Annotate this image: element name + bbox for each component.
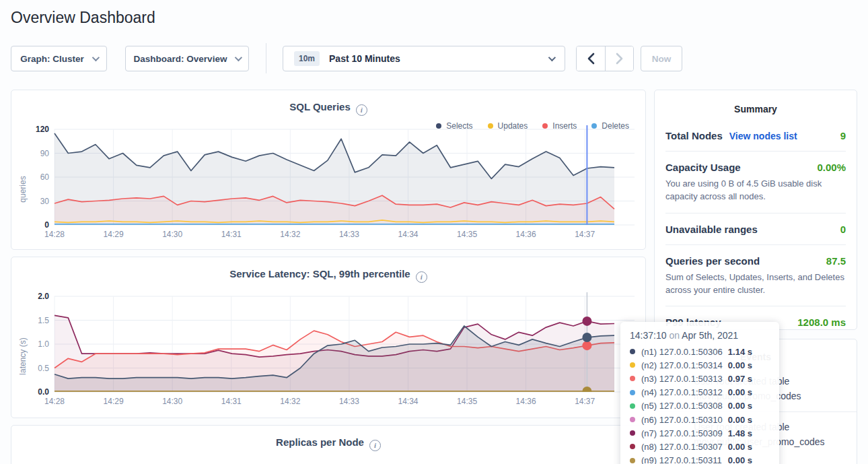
svg-text:0: 0	[44, 220, 49, 230]
svg-text:14:31: 14:31	[221, 397, 242, 406]
summary-row-description: You are using 0 B of 4.5 GiB usable disk…	[665, 178, 846, 203]
chevron-down-icon	[548, 54, 556, 61]
svg-text:120: 120	[36, 125, 49, 134]
overview-dashboard-page: Overview Dashboard Graph: Cluster Dashbo…	[0, 0, 868, 464]
svg-text:14:32: 14:32	[280, 397, 300, 406]
svg-text:14:34: 14:34	[398, 230, 418, 239]
now-button[interactable]: Now	[641, 46, 682, 71]
graph-dropdown-label: Graph: Cluster	[20, 54, 84, 64]
svg-text:0.5: 0.5	[38, 364, 49, 373]
time-range-dropdown[interactable]: 10m Past 10 Minutes	[283, 46, 565, 71]
view-nodes-list-link[interactable]: View nodes list	[729, 131, 797, 141]
dashboard-dropdown[interactable]: Dashboard: Overview	[125, 46, 249, 71]
tooltip-node-address: (n9) 127.0.0.1:50311	[641, 455, 722, 464]
svg-text:14:34: 14:34	[398, 397, 418, 406]
page-title: Overview Dashboard	[11, 9, 155, 27]
tooltip-node-address: (n1) 127.0.0.1:50306	[641, 347, 723, 357]
chevron-left-icon	[587, 53, 595, 65]
series-dot-icon	[630, 390, 635, 395]
svg-text:14:33: 14:33	[339, 230, 359, 239]
dashboard-dropdown-label: Dashboard: Overview	[134, 54, 227, 64]
tooltip-row: (n5) 127.0.0.1:50308 0.00 s	[630, 399, 770, 413]
tooltip-rows: (n1) 127.0.0.1:50306 1.14 s (n2) 127.0.0…	[630, 345, 770, 464]
tooltip-node-address: (n7) 127.0.0.1:50309	[641, 428, 723, 438]
sql-queries-chart[interactable]: 030609012014:2814:2914:3014:3114:3214:33…	[24, 125, 635, 241]
chevron-right-icon	[616, 53, 623, 65]
time-range-badge: 10m	[294, 51, 320, 66]
tooltip-node-value: 0.00 s	[728, 387, 770, 397]
summary-panel: Summary Total Nodes View nodes list 9 Ca…	[654, 90, 857, 330]
toolbar-divider	[266, 43, 266, 73]
svg-text:30: 30	[40, 197, 50, 206]
svg-text:14:35: 14:35	[457, 397, 477, 406]
step-forward-button[interactable]	[605, 46, 633, 71]
summary-row-value: 9	[840, 130, 846, 141]
series-dot-icon	[630, 349, 635, 354]
summary-row-label: Capacity Usage	[665, 162, 741, 173]
tooltip-node-address: (n2) 127.0.0.1:50314	[641, 360, 723, 370]
svg-text:14:33: 14:33	[339, 397, 359, 406]
svg-text:14:35: 14:35	[457, 230, 477, 239]
tooltip-row: (n7) 127.0.0.1:50309 1.48 s	[630, 426, 770, 440]
series-dot-icon	[630, 430, 635, 436]
chart-hover-tooltip: 14:37:10 on Apr 5th, 2021 (n1) 127.0.0.1…	[620, 322, 779, 464]
summary-row-label: Total Nodes	[665, 130, 723, 141]
tooltip-node-value: 0.00 s	[728, 455, 770, 464]
tooltip-row: (n3) 127.0.0.1:50313 0.97 s	[630, 372, 770, 385]
summary-row-label: Unavailable ranges	[665, 224, 758, 235]
svg-text:90: 90	[40, 149, 50, 158]
tooltip-node-address: (n6) 127.0.0.1:50310	[641, 415, 723, 425]
tooltip-node-value: 0.00 s	[728, 401, 770, 411]
svg-text:2.0: 2.0	[38, 292, 49, 301]
tooltip-node-value: 1.14 s	[728, 347, 770, 357]
svg-text:14:37: 14:37	[575, 397, 595, 406]
svg-text:14:28: 14:28	[44, 230, 65, 239]
step-back-button[interactable]	[577, 46, 605, 71]
summary-title: Summary	[655, 90, 857, 120]
series-dot-icon	[630, 376, 635, 381]
tooltip-timestamp: 14:37:10 on Apr 5th, 2021	[630, 330, 770, 341]
summary-row-description: Sum of Selects, Updates, Inserts, and De…	[665, 271, 846, 297]
svg-text:60: 60	[40, 172, 50, 182]
tooltip-row: (n8) 127.0.0.1:50307 0.00 s	[630, 440, 770, 453]
tooltip-node-address: (n4) 127.0.0.1:50312	[641, 387, 723, 397]
series-dot-icon	[630, 417, 635, 422]
sql-queries-title: SQL Queriesi	[11, 101, 645, 116]
tooltip-node-value: 0.97 s	[728, 374, 770, 384]
service-latency-chart[interactable]: 0.00.51.01.52.014:2814:2914:3014:3114:32…	[24, 292, 635, 408]
svg-text:14:30: 14:30	[162, 397, 182, 406]
summary-row: Capacity Usage 0.00% You are using 0 B o…	[665, 151, 846, 213]
tooltip-node-address: (n8) 127.0.0.1:50307	[641, 442, 723, 452]
time-range-label: Past 10 Minutes	[329, 53, 540, 64]
svg-text:14:30: 14:30	[162, 230, 182, 239]
tooltip-row: (n6) 127.0.0.1:50310 0.00 s	[630, 413, 770, 426]
series-dot-icon	[630, 444, 635, 449]
info-icon[interactable]: i	[369, 440, 381, 451]
series-dot-icon	[630, 458, 635, 463]
tooltip-row: (n2) 127.0.0.1:50314 0.00 s	[630, 358, 770, 372]
info-icon[interactable]: i	[416, 271, 427, 283]
series-dot-icon	[630, 362, 635, 368]
tooltip-row: (n1) 127.0.0.1:50306 1.14 s	[630, 345, 770, 358]
series-dot-icon	[630, 403, 635, 409]
info-icon[interactable]: i	[356, 104, 367, 116]
graph-dropdown[interactable]: Graph: Cluster	[11, 46, 107, 71]
summary-row: Queries per second 87.5 Sum of Selects, …	[665, 244, 846, 306]
summary-row-value: 0	[840, 224, 846, 235]
tooltip-row: (n9) 127.0.0.1:50311 0.00 s	[630, 454, 770, 464]
replicas-per-node-title: Replicas per Nodei	[11, 436, 645, 451]
svg-text:14:37: 14:37	[575, 230, 595, 239]
replicas-per-node-panel: Replicas per Nodei	[11, 425, 646, 464]
summary-row-value: 87.5	[826, 255, 846, 267]
svg-text:14:29: 14:29	[104, 230, 124, 239]
svg-text:14:32: 14:32	[280, 230, 300, 239]
summary-row-value: 0.00%	[817, 162, 846, 173]
chevron-down-icon	[235, 54, 242, 61]
svg-text:1.0: 1.0	[38, 339, 49, 349]
service-latency-title: Service Latency: SQL, 99th percentilei	[11, 268, 645, 283]
svg-text:0.0: 0.0	[38, 387, 49, 397]
summary-row-label: Queries per second	[665, 255, 760, 267]
svg-text:14:31: 14:31	[221, 230, 242, 239]
service-latency-panel: Service Latency: SQL, 99th percentilei l…	[11, 257, 646, 418]
summary-row: Total Nodes View nodes list 9	[665, 120, 846, 151]
